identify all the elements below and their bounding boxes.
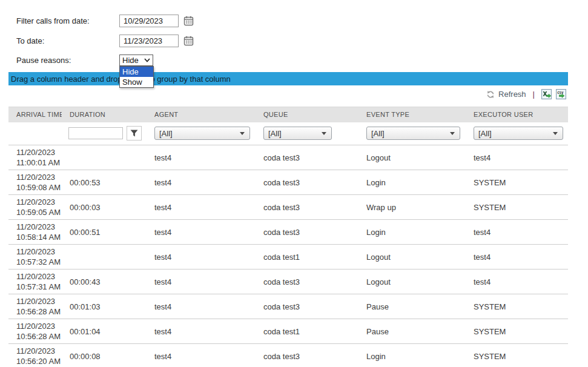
cell-duration — [62, 245, 147, 269]
cell-queue: coda test3 — [256, 170, 358, 195]
cell-arrival-time: 11/20/202310:59:05 AM — [8, 195, 62, 220]
cell-arrival-time: 11/20/202310:56:28 AM — [8, 319, 62, 344]
cell-executor-user: SYSTEM — [466, 294, 568, 319]
table-row[interactable]: 11/20/202310:56:28 AM 00:01:04 test4 cod… — [8, 319, 568, 344]
cell-arrival-time: 11/20/202310:56:28 AM — [8, 294, 62, 319]
filter-from-label: Filter calls from date: — [16, 16, 119, 25]
agent-filter-dropdown[interactable]: [All] — [154, 127, 250, 140]
table-row[interactable]: 11/20/202310:59:08 AM 00:00:53 test4 cod… — [8, 170, 568, 195]
queue-filter-value: [All] — [268, 129, 282, 138]
cell-event-type: Wrap up — [358, 195, 466, 220]
cell-executor-user: SYSTEM — [466, 170, 568, 195]
toolbar-separator: | — [530, 90, 537, 99]
cell-duration: 00:00:53 — [62, 170, 147, 195]
cell-executor-user: SYSTEM — [466, 319, 568, 344]
cell-duration: 00:00:51 — [62, 220, 147, 245]
cell-agent: test4 — [147, 344, 256, 367]
cell-arrival-time: 11/20/202311:00:01 AM — [8, 145, 62, 170]
duration-filter-input[interactable] — [68, 127, 123, 139]
cell-executor-user: test4 — [466, 220, 568, 245]
refresh-label: Refresh — [498, 90, 526, 99]
cell-executor-user: test4 — [466, 145, 568, 170]
cell-queue: coda test3 — [256, 145, 358, 170]
cell-event-type: Pause — [358, 319, 466, 344]
chevron-down-icon — [553, 132, 558, 135]
calendar-icon[interactable] — [183, 36, 194, 46]
refresh-button[interactable]: Refresh — [486, 90, 526, 99]
cell-arrival-time: 11/20/202310:57:32 AM — [8, 245, 62, 269]
cell-event-type: Login — [358, 220, 466, 245]
cell-arrival-time: 11/20/202310:56:20 AM — [8, 344, 62, 367]
filter-to-label: To date: — [16, 36, 119, 45]
cell-event-type: Pause — [358, 294, 466, 319]
table-row[interactable]: 11/20/202310:58:14 AM 00:00:51 test4 cod… — [8, 220, 568, 245]
filter-to-row: To date: — [16, 35, 194, 47]
cell-agent: test4 — [147, 220, 256, 245]
cell-queue: coda test1 — [256, 319, 358, 344]
cell-arrival-time: 11/20/202310:59:08 AM — [8, 170, 62, 195]
cell-duration: 00:00:03 — [62, 195, 147, 220]
cell-agent: test4 — [147, 245, 256, 269]
cell-duration: 00:01:04 — [62, 319, 147, 344]
event-type-filter-dropdown[interactable]: [All] — [366, 127, 460, 140]
cell-queue: coda test3 — [256, 195, 358, 220]
cell-arrival-time: 11/20/202310:57:31 AM — [8, 269, 62, 294]
table-row[interactable]: 11/20/202310:56:28 AM 00:01:03 test4 cod… — [8, 294, 568, 319]
excel-export-icon[interactable] — [541, 89, 552, 99]
csv-export-icon[interactable]: CSV — [556, 89, 566, 99]
executor-user-filter-dropdown[interactable]: [All] — [474, 127, 563, 140]
chevron-down-icon — [144, 58, 150, 62]
table-row[interactable]: 11/20/202310:57:31 AM 00:00:43 test4 cod… — [8, 269, 568, 294]
cell-duration: 00:01:03 — [62, 294, 147, 319]
column-header-event-type[interactable]: EVENT TYPE — [358, 107, 466, 122]
cell-agent: test4 — [147, 195, 256, 220]
filter-funnel-icon[interactable] — [127, 126, 142, 141]
pause-reasons-option-list: Hide Show — [119, 66, 154, 88]
column-header-queue[interactable]: QUEUE — [256, 107, 358, 122]
refresh-circular-arrows-icon — [486, 90, 495, 99]
cell-executor-user: test4 — [466, 269, 568, 294]
group-by-drop-bar[interactable]: Drag a column header and drop it here to… — [8, 72, 568, 85]
cell-duration — [62, 145, 147, 170]
cell-arrival-time: 11/20/202310:58:14 AM — [8, 220, 62, 245]
filter-to-date-input[interactable] — [119, 35, 179, 47]
cell-executor-user: test4 — [466, 245, 568, 269]
cell-queue: coda test3 — [256, 269, 358, 294]
cell-queue: coda test1 — [256, 245, 358, 269]
column-header-agent[interactable]: AGENT — [147, 107, 256, 122]
grid-header-row: ARRIVAL TIME DURATION AGENT QUEUE EVENT … — [8, 107, 568, 122]
agent-filter-value: [All] — [159, 129, 173, 138]
filter-from-row: Filter calls from date: — [16, 15, 194, 27]
select-option-hide[interactable]: Hide — [120, 67, 153, 77]
pause-reasons-select[interactable]: Hide — [119, 55, 153, 66]
column-header-executor-user[interactable]: EXECUTOR USER — [466, 107, 568, 122]
select-option-show[interactable]: Show — [120, 77, 153, 87]
cell-duration: 00:00:08 — [62, 344, 147, 367]
chevron-down-icon — [450, 132, 455, 135]
chevron-down-icon — [240, 132, 245, 135]
event-type-filter-value: [All] — [371, 129, 385, 138]
cell-queue: coda test3 — [256, 294, 358, 319]
cell-agent: test4 — [147, 269, 256, 294]
cell-agent: test4 — [147, 294, 256, 319]
cell-agent: test4 — [147, 170, 256, 195]
executor-user-filter-value: [All] — [478, 129, 492, 138]
table-row[interactable]: 11/20/202310:56:20 AM 00:00:08 test4 cod… — [8, 344, 568, 367]
cell-event-type: Login — [358, 344, 466, 367]
pause-reasons-row: Pause reasons: Hide — [16, 55, 153, 66]
calendar-icon[interactable] — [183, 16, 194, 26]
column-header-arrival-time[interactable]: ARRIVAL TIME — [8, 107, 62, 122]
filter-from-date-input[interactable] — [119, 15, 179, 27]
pause-reasons-label: Pause reasons: — [16, 56, 119, 65]
cell-queue: coda test3 — [256, 344, 358, 367]
table-row[interactable]: 11/20/202311:00:01 AM test4 coda test3 L… — [8, 145, 568, 170]
queue-filter-dropdown[interactable]: [All] — [263, 127, 332, 140]
grid-toolbar: Refresh | CSV — [486, 89, 566, 99]
table-row[interactable]: 11/20/202310:57:32 AM test4 coda test1 L… — [8, 245, 568, 269]
column-header-duration[interactable]: DURATION — [62, 107, 147, 122]
grid-filter-row: [All] [All] [All] [All] — [8, 122, 568, 145]
svg-text:CSV: CSV — [557, 91, 564, 94]
cell-agent: test4 — [147, 145, 256, 170]
cell-executor-user: SYSTEM — [466, 344, 568, 367]
table-row[interactable]: 11/20/202310:59:05 AM 00:00:03 test4 cod… — [8, 195, 568, 220]
